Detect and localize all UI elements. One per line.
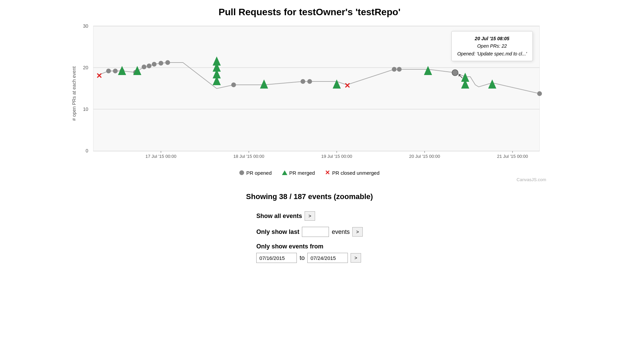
canvasjs-credit: CanvasJS.com [70,177,550,182]
svg-point-35 [537,91,542,96]
svg-point-21 [113,69,118,73]
chart-legend: PR opened PR merged ✕ PR closed unmerged [70,170,550,176]
legend-circle-icon [239,170,244,175]
controls-grid: Show all events > Only show last events … [256,211,362,263]
svg-point-29 [231,82,236,87]
date-inputs-row: to > [256,253,361,263]
svg-text:✕: ✕ [344,81,350,90]
svg-text:30: 30 [83,23,88,29]
show-last-events-label: events [332,228,350,236]
chart-container: Pull Requests for testOwner's 'testRepo'… [70,7,550,182]
svg-point-28 [165,60,170,65]
show-all-label: Show all events [256,213,302,220]
svg-point-26 [152,62,157,67]
page-container: Pull Requests for testOwner's 'testRepo'… [0,0,619,270]
svg-point-34 [452,70,458,76]
date-range-label: Only show events from [256,243,323,250]
legend-pr-opened-label: PR opened [246,170,271,176]
svg-text:✕: ✕ [96,72,102,80]
svg-point-30 [301,79,305,84]
legend-pr-merged: PR merged [282,170,315,176]
svg-text:18 Jul '15 00:00: 18 Jul '15 00:00 [233,154,264,159]
svg-text:# open PRs at each event: # open PRs at each event [71,66,77,121]
svg-text:17 Jul '15 00:00: 17 Jul '15 00:00 [145,154,176,159]
svg-point-33 [397,67,402,72]
legend-pr-closed-label: PR closed unmerged [332,170,379,176]
show-last-input[interactable] [302,227,329,237]
legend-triangle-icon [282,170,287,175]
svg-point-20 [106,69,111,73]
show-last-label: Only show last [256,228,299,236]
show-last-button[interactable]: > [352,227,362,237]
show-all-button[interactable]: > [305,211,315,221]
svg-text:21 Jul '15 00:00: 21 Jul '15 00:00 [497,154,528,159]
chart-title: Pull Requests for testOwner's 'testRepo' [70,7,550,18]
date-to-label: to [300,254,305,262]
date-from-input[interactable] [256,253,297,263]
svg-text:20 Jul '15 00:00: 20 Jul '15 00:00 [409,154,440,159]
legend-pr-closed: ✕ PR closed unmerged [325,170,379,176]
legend-pr-merged-label: PR merged [289,170,315,176]
legend-pr-opened: PR opened [239,170,271,176]
svg-point-27 [159,61,163,66]
legend-x-icon: ✕ [325,170,330,176]
svg-point-24 [142,65,146,69]
show-all-row: Show all events > [256,211,315,221]
date-to-input[interactable] [307,253,348,263]
svg-point-32 [392,67,397,72]
svg-text:↖: ↖ [458,72,463,80]
svg-text:19 Jul '15 00:00: 19 Jul '15 00:00 [321,154,352,159]
showing-text: Showing 38 / 187 events (zoomable) [0,192,619,201]
controls-section: Showing 38 / 187 events (zoomable) Show … [0,192,619,263]
svg-point-31 [307,79,312,84]
chart-svg: 30 20 10 0 # open PRs at each event 17 J… [70,21,550,166]
svg-text:10: 10 [83,106,88,112]
svg-point-25 [147,64,151,68]
show-last-row: Only show last events > [256,227,362,237]
svg-rect-0 [93,26,540,151]
date-range-row: Only show events from to > [256,243,361,263]
svg-text:20: 20 [83,65,88,70]
svg-text:0: 0 [86,148,88,153]
date-range-button[interactable]: > [351,253,361,263]
chart-wrapper: 20 Jul '15 08:05 Open PRs: 22 Opened: 'U… [70,21,550,166]
